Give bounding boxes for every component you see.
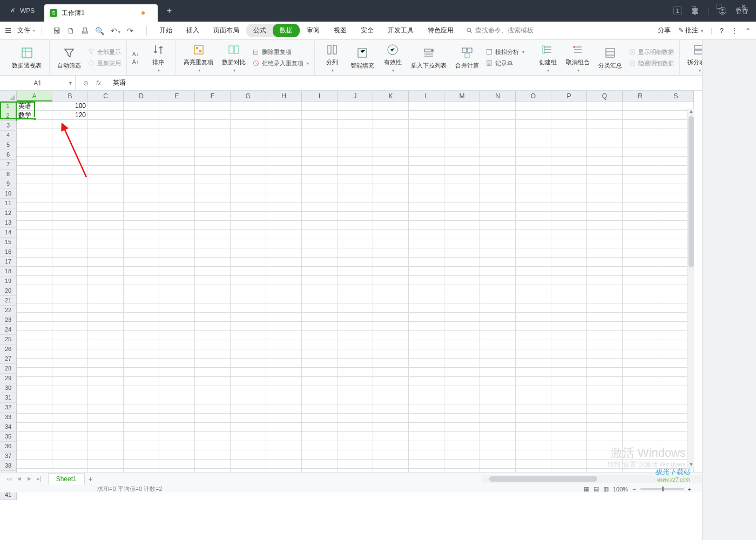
cell[interactable] — [195, 248, 231, 258]
cell[interactable] — [338, 331, 373, 340]
cell[interactable] — [587, 193, 623, 202]
row-header[interactable]: 9 — [0, 179, 17, 189]
cell[interactable] — [159, 230, 195, 239]
insert-dropdown-button[interactable]: 插入下拉列表 — [409, 44, 449, 72]
cell[interactable] — [124, 102, 159, 111]
cell[interactable] — [195, 303, 231, 313]
cell[interactable] — [480, 359, 516, 368]
cell[interactable] — [338, 441, 373, 450]
cell[interactable] — [409, 184, 444, 193]
cell[interactable] — [231, 294, 266, 303]
cell[interactable] — [587, 359, 623, 368]
cell[interactable] — [52, 258, 88, 267]
cell[interactable] — [373, 120, 409, 129]
cell[interactable] — [480, 432, 516, 441]
cell[interactable] — [195, 395, 231, 404]
cell[interactable] — [302, 193, 338, 202]
cell[interactable] — [338, 212, 373, 221]
cell[interactable] — [338, 102, 373, 111]
cell[interactable] — [516, 377, 551, 386]
cell[interactable] — [373, 276, 409, 285]
auto-filter-button[interactable]: 自动筛选 — [55, 44, 83, 72]
cell[interactable] — [480, 313, 516, 322]
cell[interactable] — [587, 285, 623, 294]
cell[interactable] — [231, 175, 266, 184]
cell[interactable] — [17, 157, 52, 166]
row-header[interactable]: 35 — [0, 432, 17, 442]
cell[interactable] — [302, 157, 338, 166]
reject-duplicates-button[interactable]: 拒绝录入重复项▾ — [252, 59, 309, 68]
row-header[interactable]: 14 — [0, 228, 17, 238]
cell[interactable] — [551, 349, 587, 359]
cell[interactable] — [409, 111, 444, 120]
cell[interactable] — [266, 221, 302, 230]
cell[interactable] — [338, 193, 373, 202]
ribbon-tab[interactable]: 特色应用 — [421, 24, 461, 37]
cell[interactable] — [480, 147, 516, 157]
cell[interactable] — [587, 414, 623, 423]
cell[interactable] — [52, 138, 88, 147]
cell[interactable] — [409, 423, 444, 432]
column-header[interactable]: D — [124, 91, 159, 102]
cell[interactable] — [124, 313, 159, 322]
cell[interactable] — [52, 294, 88, 303]
cell[interactable] — [17, 120, 52, 129]
cell[interactable] — [17, 175, 52, 184]
cell[interactable] — [195, 221, 231, 230]
cell[interactable] — [231, 248, 266, 258]
cell[interactable] — [444, 120, 480, 129]
cell[interactable] — [302, 248, 338, 258]
cell[interactable] — [231, 221, 266, 230]
cell[interactable] — [373, 294, 409, 303]
cell[interactable] — [338, 303, 373, 313]
cell[interactable] — [124, 294, 159, 303]
cell[interactable] — [195, 129, 231, 138]
cell[interactable] — [516, 120, 551, 129]
ribbon-tab[interactable]: 数据 — [273, 24, 300, 37]
row-header[interactable]: 12 — [0, 208, 17, 218]
cell[interactable] — [159, 102, 195, 111]
cell[interactable] — [302, 450, 338, 460]
cell[interactable] — [623, 120, 658, 129]
cell[interactable] — [124, 460, 159, 469]
ribbon-tab[interactable]: 视图 — [327, 24, 354, 37]
column-header[interactable]: L — [409, 91, 444, 102]
cell[interactable] — [480, 386, 516, 395]
cell[interactable] — [516, 303, 551, 313]
cell[interactable] — [124, 340, 159, 349]
cell[interactable] — [516, 212, 551, 221]
row-header[interactable]: 17 — [0, 257, 17, 267]
cell[interactable] — [338, 202, 373, 212]
cell[interactable] — [302, 294, 338, 303]
cell[interactable] — [17, 276, 52, 285]
cell[interactable] — [124, 423, 159, 432]
cell[interactable] — [124, 331, 159, 340]
cell[interactable] — [52, 377, 88, 386]
cell[interactable] — [88, 193, 124, 202]
ribbon-tab[interactable]: 页面布局 — [206, 24, 246, 37]
cell[interactable] — [302, 221, 338, 230]
cell[interactable] — [195, 138, 231, 147]
cell[interactable] — [516, 175, 551, 184]
cell[interactable] — [623, 184, 658, 193]
cell[interactable] — [88, 202, 124, 212]
cell[interactable] — [409, 377, 444, 386]
cell[interactable] — [587, 221, 623, 230]
cell[interactable] — [124, 414, 159, 423]
cell[interactable] — [587, 184, 623, 193]
cell[interactable] — [338, 294, 373, 303]
cell[interactable] — [159, 368, 195, 377]
cell[interactable] — [266, 102, 302, 111]
cell[interactable] — [444, 102, 480, 111]
cell[interactable] — [480, 460, 516, 469]
cell[interactable] — [231, 359, 266, 368]
cell[interactable] — [409, 349, 444, 359]
cell[interactable] — [551, 202, 587, 212]
cell[interactable] — [52, 368, 88, 377]
cell[interactable] — [195, 377, 231, 386]
cell[interactable] — [551, 359, 587, 368]
row-header[interactable]: 31 — [0, 393, 17, 403]
cell[interactable] — [124, 230, 159, 239]
cell[interactable] — [302, 184, 338, 193]
cell[interactable] — [124, 303, 159, 313]
